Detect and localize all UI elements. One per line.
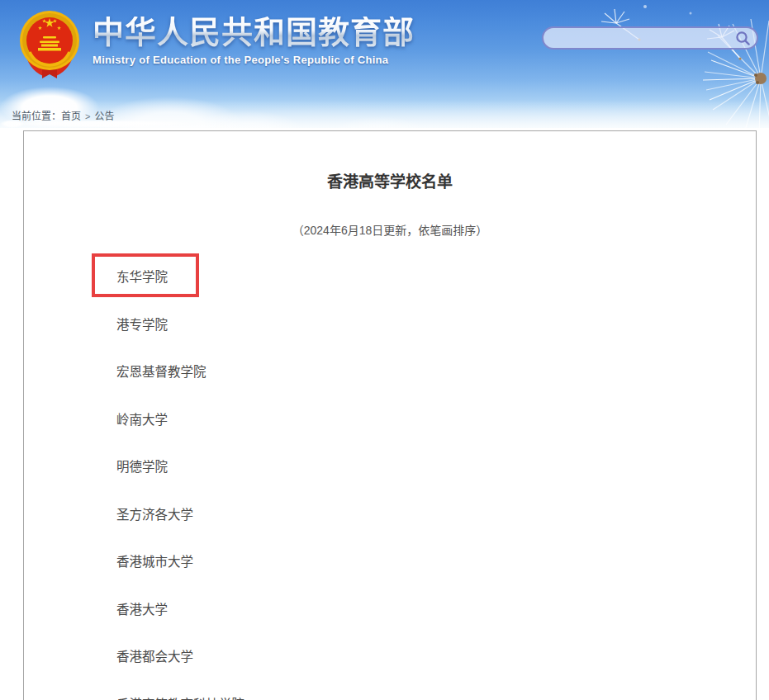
site-title: 中华人民共和国教育部: [93, 17, 415, 50]
breadcrumb: 当前位置：首页>公告: [12, 108, 114, 122]
school-name[interactable]: 香港城市大学: [116, 551, 193, 570]
site-header: 中华人民共和国教育部 Ministry of Education of the …: [0, 0, 769, 128]
breadcrumb-link-home[interactable]: 首页: [61, 111, 81, 122]
search-icon: [735, 31, 751, 46]
school-name[interactable]: 岭南大学: [116, 409, 168, 428]
search-button[interactable]: [732, 28, 753, 48]
dandelion-icon: [521, 0, 769, 128]
breadcrumb-separator: >: [85, 111, 90, 121]
breadcrumb-prefix: 当前位置：: [12, 111, 61, 122]
content-panel: 香港高等学校名单 （2024年6月18日更新，依笔画排序） 东华学院 港专学院 …: [23, 130, 757, 700]
school-list-item[interactable]: 明德学院: [24, 442, 756, 490]
school-list-item[interactable]: 香港高等教育科技学院: [24, 679, 756, 700]
site-title-english: Ministry of Education of the People's Re…: [93, 54, 415, 66]
school-list-item[interactable]: 香港都会大学: [24, 632, 756, 680]
search-input[interactable]: [544, 28, 732, 48]
school-list-item[interactable]: 香港大学: [24, 584, 756, 632]
school-name[interactable]: 港专学院: [116, 315, 168, 333]
breadcrumb-link-announcements[interactable]: 公告: [94, 111, 114, 122]
school-name[interactable]: 圣方济各大学: [116, 504, 193, 523]
ministry-logo-link[interactable]: 中华人民共和国教育部 Ministry of Education of the …: [18, 8, 415, 81]
school-list-item[interactable]: 东华学院: [24, 253, 756, 300]
school-name[interactable]: 明德学院: [116, 456, 168, 475]
school-list-item[interactable]: 岭南大学: [24, 395, 756, 442]
national-emblem-icon: [18, 8, 81, 81]
school-name[interactable]: 香港大学: [116, 599, 168, 617]
school-name[interactable]: 香港都会大学: [116, 646, 193, 665]
school-list: 东华学院 港专学院 宏恩基督教学院 岭南大学 明德学院 圣方济各大学 香港城市大…: [24, 253, 756, 700]
school-list-item[interactable]: 圣方济各大学: [24, 490, 756, 537]
page-title: 香港高等学校名单: [24, 172, 756, 194]
page-subtitle: （2024年6月18日更新，依笔画排序）: [24, 221, 756, 238]
school-name[interactable]: 香港高等教育科技学院: [116, 694, 244, 700]
school-list-item[interactable]: 宏恩基督教学院: [24, 348, 756, 395]
school-list-item[interactable]: 港专学院: [24, 300, 756, 348]
search-bar: [542, 26, 758, 50]
school-list-item[interactable]: 香港城市大学: [24, 537, 756, 585]
school-name[interactable]: 宏恩基督教学院: [116, 362, 206, 380]
school-name[interactable]: 东华学院: [116, 267, 168, 285]
